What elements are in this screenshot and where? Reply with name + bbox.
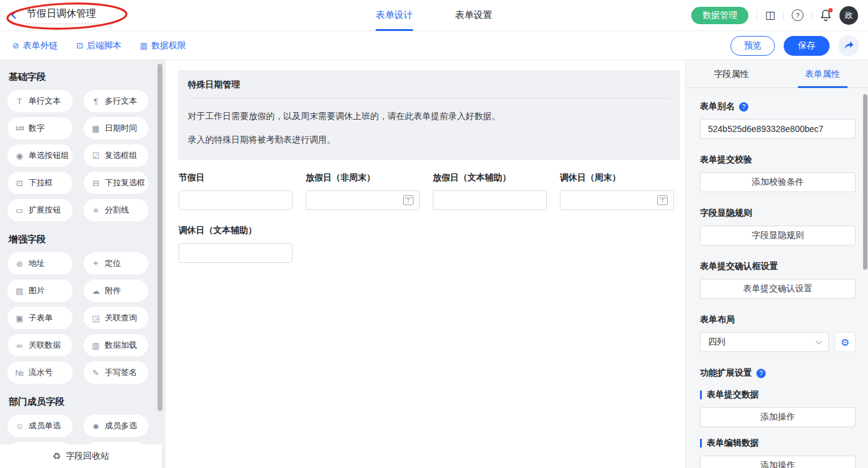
preview-button[interactable]: 预览 <box>730 36 775 56</box>
field-button-relation-data[interactable]: ∞关联数据 <box>7 334 73 356</box>
field-label: 放假日（文本辅助） <box>433 172 547 183</box>
share-button[interactable] <box>838 35 859 56</box>
field-button-location[interactable]: ⌖定位 <box>84 252 148 275</box>
field-library-sidebar: 基础字段T单行文本¶多行文本123数字▦日期时间◉单选按钮组☑复选框组⊡下拉框⊟… <box>0 60 166 468</box>
text-input[interactable] <box>179 243 293 263</box>
field-button-extend-button[interactable]: ▭扩展按钮 <box>7 199 73 221</box>
tab-field-props[interactable]: 字段属性 <box>686 60 777 87</box>
description-panel[interactable]: 特殊日期管理 对于工作日需要放假的，以及周末需要调休上班的，请在此表单提前录入好… <box>178 70 680 160</box>
submit-confirm-button[interactable]: 表单提交确认设置 <box>700 279 856 299</box>
attachment-icon: ☁ <box>91 286 100 296</box>
help-icon[interactable]: ? <box>739 102 748 112</box>
layout-settings-button[interactable]: ⚙ <box>835 332 856 352</box>
tab-form-design[interactable]: 表单设计 <box>376 0 413 31</box>
field-label: 调休日（周末） <box>560 172 674 183</box>
link-form-external-link[interactable]: ⊘表单外链 <box>12 40 58 51</box>
single-line-text-icon: T <box>15 97 24 106</box>
link-data-permission[interactable]: ▥数据权限 <box>140 40 186 51</box>
link-backend-script[interactable]: ⊡后端脚本 <box>76 40 122 51</box>
field-button-radio-group[interactable]: ◉单选按钮组 <box>7 144 73 167</box>
field-button-relation-query[interactable]: ◲关联查询 <box>84 307 148 329</box>
submit-data-button[interactable]: 添加操作 <box>700 407 856 427</box>
toolbar-links: ⊘表单外链⊡后端脚本▥数据权限 <box>12 40 186 51</box>
form-field-dayoff-text: 放假日（文本辅助） <box>433 172 547 210</box>
contacts-icon[interactable]: ◫ <box>765 10 775 20</box>
form-layout-heading: 表单布局 <box>700 314 856 325</box>
text-input[interactable] <box>433 190 547 210</box>
properties-scrollbar[interactable] <box>863 94 867 270</box>
divider <box>812 11 812 20</box>
form-alias-input[interactable]: 524b525d6e893328e800bec7 <box>700 119 856 139</box>
tab-form-props[interactable]: 表单属性 <box>777 60 868 87</box>
field-button-member-multi[interactable]: ☻成员多选 <box>84 415 148 437</box>
text-input[interactable] <box>179 190 293 210</box>
edit-data-button[interactable]: 添加操作 <box>700 456 856 468</box>
toolbar-actions: 预览 保存 <box>730 35 859 56</box>
gear-icon: ⚙ <box>841 337 849 348</box>
field-button-single-line-text[interactable]: T单行文本 <box>7 90 73 112</box>
calendar-icon: 7 <box>657 195 668 205</box>
location-icon: ⌖ <box>91 258 100 268</box>
field-button-member-single[interactable]: ☺成员单选 <box>7 415 73 437</box>
external-link-icon: ⊘ <box>12 41 19 50</box>
layout-select-value: 四列 <box>708 337 725 348</box>
help-icon[interactable]: ? <box>756 369 766 378</box>
field-button-image[interactable]: ▤图片 <box>7 280 73 302</box>
link-label: 表单外链 <box>23 40 58 51</box>
header-actions: 数据管理 ◫ ? 政 <box>691 6 858 25</box>
data-manage-button[interactable]: 数据管理 <box>691 7 748 24</box>
form-field-swapday-text: 调休日（文本辅助） <box>179 225 293 263</box>
radio-group-icon: ◉ <box>15 151 24 161</box>
field-button-label: 分割线 <box>105 205 129 216</box>
date-input[interactable]: 7 <box>306 190 420 210</box>
field-button-data-load[interactable]: ▥数据加载 <box>84 334 148 356</box>
notification-bell-icon[interactable] <box>820 9 831 21</box>
layout-select[interactable]: 四列 <box>700 332 829 352</box>
field-button-signature[interactable]: ✎手写签名 <box>84 361 148 384</box>
relation-query-icon: ◲ <box>91 314 100 323</box>
field-visibility-button[interactable]: 字段显隐规则 <box>700 226 856 245</box>
field-button-divider-line[interactable]: ≡分割线 <box>84 199 148 221</box>
field-recycle-bin[interactable]: ♻ 字段回收站 <box>0 444 162 468</box>
submit-validation-button[interactable]: 添加校验条件 <box>700 172 856 192</box>
save-button[interactable]: 保存 <box>784 36 830 56</box>
field-button-label: 扩展按钮 <box>29 205 61 216</box>
recycle-icon: ♻ <box>53 451 61 462</box>
date-input[interactable]: 7 <box>560 190 674 210</box>
dropdown-multi-icon: ⊟ <box>91 179 100 188</box>
field-button-label: 多行文本 <box>105 95 137 107</box>
notification-dot <box>828 8 833 12</box>
field-button-address[interactable]: ⊚地址 <box>7 252 73 275</box>
field-button-sub-form[interactable]: ▣子表单 <box>7 307 73 329</box>
field-button-serial-number[interactable]: №流水号 <box>7 361 73 384</box>
field-button-checkbox-group[interactable]: ☑复选框组 <box>84 144 148 167</box>
sidebar-section: 增强字段⊚地址⌖定位▤图片☁附件▣子表单◲关联查询∞关联数据▥数据加载№流水号✎… <box>0 234 166 384</box>
divider-line-icon: ≡ <box>91 206 100 215</box>
extension-settings-heading: 功能扩展设置 ? <box>700 368 856 379</box>
field-button-attachment[interactable]: ☁附件 <box>84 280 148 302</box>
form-design-canvas[interactable]: 特殊日期管理 对于工作日需要放假的，以及周末需要调休上班的，请在此表单提前录入好… <box>166 60 685 468</box>
avatar[interactable]: 政 <box>839 6 858 25</box>
submit-validation-heading: 表单提交校验 <box>700 154 856 166</box>
edit-data-heading: 表单编辑数据 <box>700 438 856 449</box>
properties-content: 表单别名 ? 524b525d6e893328e800bec7 表单提交校验添加… <box>686 101 868 468</box>
sidebar-scrollbar[interactable] <box>157 64 162 411</box>
field-button-label: 流水号 <box>29 367 53 378</box>
data-permission-icon: ▥ <box>140 41 148 50</box>
heading-bar <box>700 391 702 399</box>
tab-form-settings[interactable]: 表单设置 <box>455 0 492 31</box>
field-button-datetime[interactable]: ▦日期时间 <box>84 117 148 139</box>
field-button-multi-line-text[interactable]: ¶多行文本 <box>84 90 148 112</box>
field-button-number[interactable]: 123数字 <box>7 117 73 139</box>
field-button-label: 关联查询 <box>105 312 137 324</box>
heading-bar <box>700 439 702 448</box>
image-icon: ▤ <box>15 286 24 296</box>
panel-description-2: 录入的特殊日期将被考勤表进行调用。 <box>188 133 670 146</box>
field-button-dropdown-multi[interactable]: ⊟下拉复选框 <box>84 172 148 194</box>
help-icon[interactable]: ? <box>792 9 804 21</box>
form-alias-label: 表单别名 <box>700 101 735 112</box>
field-button-label: 单行文本 <box>29 95 61 107</box>
field-button-dropdown[interactable]: ⊡下拉框 <box>7 172 73 194</box>
number-icon: 123 <box>15 125 24 131</box>
form-field-dayoff-nonweekend: 放假日（非周末）7 <box>306 172 420 210</box>
